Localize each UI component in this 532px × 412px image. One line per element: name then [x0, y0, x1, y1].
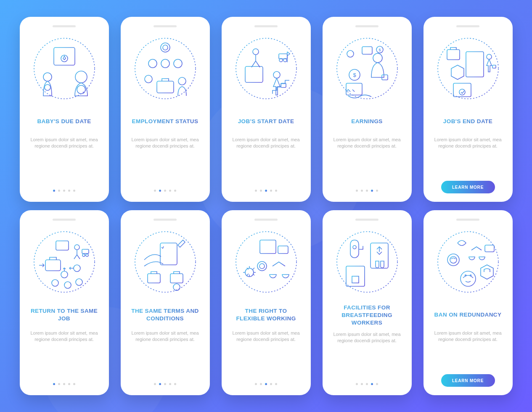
screen-body: Lorem ipsum dolor sit amet, mea regione … — [329, 331, 405, 344]
screen-job-start-date: JOB'S START DATE Lorem ipsum dolor sit a… — [222, 17, 311, 202]
row-2: RETURN TO THE SAME JOB Lorem ipsum dolor… — [20, 210, 513, 395]
svg-rect-27 — [279, 54, 287, 59]
illustration-return-job-icon — [31, 228, 98, 296]
svg-point-55 — [52, 280, 58, 286]
svg-point-70 — [173, 284, 180, 291]
svg-point-90 — [470, 275, 471, 276]
svg-rect-35 — [346, 83, 362, 95]
svg-point-61 — [82, 254, 85, 256]
svg-point-10 — [163, 45, 168, 50]
screen-breastfeeding-facilities: FACILITIES FOR BREASTFEEDING WORKERS Lor… — [323, 210, 412, 395]
page-dots[interactable] — [154, 383, 176, 385]
svg-point-4 — [75, 71, 87, 83]
svg-point-24 — [273, 71, 280, 78]
svg-rect-68 — [148, 274, 160, 283]
svg-point-18 — [178, 77, 186, 85]
svg-point-15 — [174, 59, 182, 68]
svg-rect-52 — [45, 260, 61, 271]
svg-rect-74 — [278, 246, 288, 254]
page-dots[interactable] — [154, 190, 176, 192]
svg-point-14 — [161, 59, 169, 68]
svg-point-41 — [438, 38, 498, 99]
screen-body: Lorem ipsum dolor sit amet, mea regione … — [127, 330, 203, 343]
row-1: BABY'S DUE DATE Lorem ipsum dolor sit am… — [20, 17, 513, 202]
svg-point-87 — [438, 232, 498, 292]
svg-point-76 — [259, 264, 265, 269]
page-dots[interactable] — [53, 190, 75, 192]
page-dots[interactable] — [255, 383, 277, 385]
svg-rect-85 — [352, 276, 359, 283]
notch — [355, 219, 378, 221]
svg-rect-92 — [485, 245, 494, 252]
svg-point-89 — [465, 275, 466, 276]
page-dots[interactable] — [356, 190, 378, 192]
svg-point-7 — [45, 85, 50, 90]
screen-return-same-job: RETURN TO THE SAME JOB Lorem ipsum dolor… — [20, 210, 109, 395]
page-dots[interactable] — [53, 383, 75, 385]
svg-point-13 — [148, 59, 157, 68]
notch — [355, 25, 378, 27]
screen-body: Lorem ipsum dolor sit amet, mea regione … — [329, 137, 405, 150]
illustration-employment-icon — [132, 35, 199, 102]
svg-point-56 — [64, 282, 71, 288]
svg-point-86 — [353, 246, 356, 249]
screen-title: JOB'S END DATE — [442, 111, 494, 132]
screen-body: Lorem ipsum dolor sit amet, mea regione … — [127, 137, 203, 150]
screen-ban-redundancy: BAN ON REDUNDANCY Lorem ipsum dolor sit … — [423, 210, 513, 395]
notch — [456, 219, 479, 221]
notch — [254, 219, 278, 221]
screen-title: EMPLOYMENT STATUS — [130, 111, 200, 132]
svg-marker-91 — [481, 265, 493, 279]
svg-rect-60 — [82, 249, 89, 254]
svg-rect-46 — [447, 50, 460, 60]
illustration-flexible-icon — [233, 228, 300, 296]
svg-point-94 — [447, 254, 459, 266]
svg-point-95 — [450, 256, 457, 263]
svg-point-71 — [236, 232, 296, 292]
svg-point-59 — [74, 245, 79, 250]
page-dots[interactable] — [255, 190, 277, 192]
illustration-baby-due-icon — [31, 35, 98, 102]
illustration-start-date-icon — [233, 35, 300, 102]
svg-rect-45 — [492, 65, 496, 68]
screen-body: Lorem ipsum dolor sit amet, mea regione … — [26, 330, 102, 343]
svg-point-54 — [74, 265, 80, 272]
screen-title: THE RIGHT TO FLEXIBLE WORKING — [228, 304, 304, 326]
screen-title: RETURN TO THE SAME JOB — [26, 304, 102, 326]
screen-body: Lorem ipsum dolor sit amet, mea regione … — [430, 137, 506, 150]
svg-point-88 — [461, 271, 476, 286]
learn-more-button[interactable]: LEARN MORE — [441, 374, 495, 387]
svg-point-31 — [373, 53, 382, 63]
screen-title: BABY'S DUE DATE — [35, 111, 93, 132]
screen-title: EARNINGS — [349, 111, 384, 132]
svg-point-63 — [135, 232, 196, 292]
screen-body: Lorem ipsum dolor sit amet, mea regione … — [228, 137, 304, 150]
notch — [53, 25, 76, 27]
screen-baby-due-date: BABY'S DUE DATE Lorem ipsum dolor sit am… — [20, 17, 109, 202]
svg-point-6 — [43, 73, 52, 81]
svg-point-50 — [459, 89, 465, 95]
svg-point-53 — [61, 271, 68, 278]
svg-rect-48 — [453, 83, 471, 97]
svg-rect-42 — [466, 52, 484, 77]
notch — [456, 25, 479, 27]
screen-title: THE SAME TERMS AND CONDITIONS — [127, 304, 203, 326]
screen-title: JOB'S START DATE — [236, 111, 296, 132]
svg-rect-69 — [170, 274, 183, 283]
svg-rect-58 — [56, 241, 69, 250]
learn-more-button[interactable]: LEARN MORE — [441, 181, 495, 193]
illustration-end-date-icon — [434, 35, 502, 102]
svg-point-16 — [145, 75, 152, 83]
svg-rect-64 — [160, 243, 177, 265]
page-dots[interactable] — [356, 383, 378, 385]
screen-same-terms: THE SAME TERMS AND CONDITIONS Lorem ipsu… — [121, 210, 210, 395]
screen-job-end-date: JOB'S END DATE Lorem ipsum dolor sit ame… — [423, 17, 513, 202]
svg-point-9 — [161, 43, 170, 52]
svg-rect-37 — [362, 47, 372, 54]
screen-body: Lorem ipsum dolor sit amet, mea regione … — [430, 330, 506, 343]
svg-rect-72 — [260, 240, 276, 254]
screen-title: FACILITIES FOR BREASTFEEDING WORKERS — [329, 304, 405, 327]
svg-point-57 — [76, 279, 82, 285]
notch — [154, 25, 177, 27]
svg-marker-47 — [451, 65, 464, 79]
